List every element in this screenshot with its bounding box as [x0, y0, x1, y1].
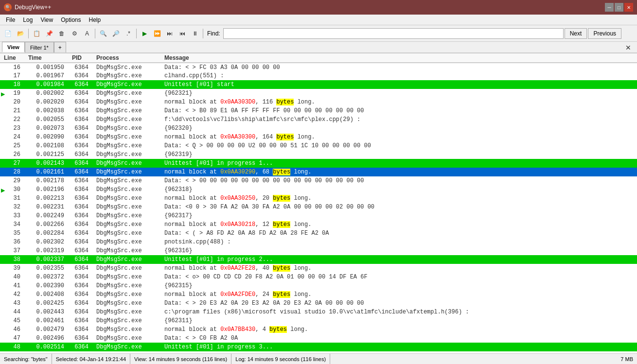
- table-row[interactable]: 210.0020386364DbgMsgSrc.exe Data: < > B0…: [0, 106, 637, 115]
- open-button[interactable]: 📂: [15, 28, 26, 39]
- find-input[interactable]: [223, 28, 564, 39]
- table-row[interactable]: 160.0019506364DbgMsgSrc.exe Data: < > FC…: [0, 63, 637, 71]
- maximize-button[interactable]: □: [615, 3, 623, 12]
- cell-line: 42: [0, 290, 24, 299]
- cell-line: 47: [0, 334, 24, 343]
- bookmark-forward-button[interactable]: ⏭: [164, 28, 176, 39]
- new-button[interactable]: 📄: [2, 28, 14, 39]
- cell-pid: 6364: [68, 63, 92, 71]
- table-scroll[interactable]: Line Time PID Process Message 160.001950…: [0, 53, 637, 353]
- cell-time: 0.002496: [24, 334, 68, 343]
- cell-process: DbgMsgSrc.exe: [92, 334, 160, 343]
- table-row[interactable]: 250.0021086364DbgMsgSrc.exe Data: < Q > …: [0, 141, 637, 150]
- col-header-message: Message: [160, 53, 637, 63]
- table-row[interactable]: 420.0024086364DbgMsgSrc.exe normal block…: [0, 290, 637, 299]
- menu-view[interactable]: View: [36, 16, 57, 24]
- menu-help[interactable]: Help: [85, 16, 105, 24]
- prev-button[interactable]: Previous: [588, 28, 621, 39]
- cell-process: DbgMsgSrc.exe: [92, 115, 160, 124]
- clear-button[interactable]: 🗑: [56, 28, 68, 39]
- table-row[interactable]: 290.0021786364DbgMsgSrc.exe Data: < > 00…: [0, 176, 637, 185]
- table-row[interactable]: 370.0023196364DbgMsgSrc.exe {962316}: [0, 246, 637, 255]
- cell-time: 0.002090: [24, 133, 68, 141]
- table-row[interactable]: 270.0021436364DbgMsgSrc.exe Unittest [#0…: [0, 159, 637, 168]
- menu-log[interactable]: Log: [19, 16, 36, 24]
- table-row[interactable]: 430.0024256364DbgMsgSrc.exe Data: < > 20…: [0, 299, 637, 308]
- pause-button[interactable]: ⏸: [189, 28, 201, 39]
- table-row[interactable]: 460.0024796364DbgMsgSrc.exe normal block…: [0, 325, 637, 334]
- table-row[interactable]: 310.0022136364DbgMsgSrc.exe normal block…: [0, 194, 637, 203]
- cell-pid: 6364: [68, 334, 92, 343]
- minimize-button[interactable]: ─: [605, 3, 614, 12]
- table-row[interactable]: 480.0025146364DbgMsgSrc.exe Unittest [#0…: [0, 343, 637, 351]
- table-row[interactable]: 260.0021256364DbgMsgSrc.exe {962319}: [0, 150, 637, 159]
- cell-line: 33: [0, 211, 24, 220]
- tab-close-main[interactable]: ✕: [621, 43, 635, 52]
- bytes-highlight: bytes: [273, 265, 290, 272]
- table-row[interactable]: 170.0019676364DbgMsgSrc.exe clhand.cpp(5…: [0, 71, 637, 80]
- app-title: DebugView++: [15, 4, 51, 11]
- search-button[interactable]: 🔎: [110, 28, 122, 39]
- cell-time: 0.002020: [24, 98, 68, 106]
- settings-button[interactable]: ⚙: [69, 28, 80, 39]
- table-row[interactable]: 410.0023906364DbgMsgSrc.exe {962315}: [0, 281, 637, 290]
- cell-pid: 6364: [68, 229, 92, 238]
- log-table: Line Time PID Process Message 160.001950…: [0, 53, 637, 351]
- regex-button[interactable]: .*: [123, 28, 134, 39]
- table-row[interactable]: 380.0023376364DbgMsgSrc.exe Unittest [#0…: [0, 255, 637, 264]
- cell-message: Data: < > 20 E3 A2 0A 20 E3 A2 0A 20 E3 …: [160, 299, 637, 308]
- cell-pid: 6364: [68, 220, 92, 229]
- table-row[interactable]: 440.0024436364DbgMsgSrc.exe c:\program f…: [0, 308, 637, 316]
- table-row[interactable]: 360.0023026364DbgMsgSrc.exe pnotsink.cpp…: [0, 238, 637, 246]
- cell-time: 0.002073: [24, 124, 68, 133]
- run-button[interactable]: ▶: [139, 28, 150, 39]
- table-row[interactable]: 180.0019846364DbgMsgSrc.exe Unittest [#0…: [0, 80, 637, 89]
- table-row[interactable]: 470.0024966364DbgMsgSrc.exe Data: < > C0…: [0, 334, 637, 343]
- paste-button[interactable]: 📌: [43, 28, 55, 39]
- cell-message: Data: < > 00 00 00 00 00 00 00 00 00 00 …: [160, 176, 637, 185]
- table-row[interactable]: 390.0023556364DbgMsgSrc.exe normal block…: [0, 264, 637, 273]
- bytes-highlight: bytes: [273, 221, 290, 228]
- skip-forward-button[interactable]: ⏩: [151, 28, 163, 39]
- table-row[interactable]: 400.0023726364DbgMsgSrc.exe Data: < o> 0…: [0, 273, 637, 281]
- cell-time: 0.002514: [24, 343, 68, 351]
- table-row[interactable]: 340.0022666364DbgMsgSrc.exe normal block…: [0, 220, 637, 229]
- table-row[interactable]: 200.0020206364DbgMsgSrc.exe normal block…: [0, 98, 637, 106]
- address-highlight: 0x0AA30250: [220, 195, 255, 202]
- tab-filter[interactable]: Filter 1*: [25, 42, 54, 52]
- table-row[interactable]: ▶300.0021966364DbgMsgSrc.exe {962318}: [0, 185, 637, 194]
- table-row[interactable]: 450.0024616364DbgMsgSrc.exe {962311}: [0, 316, 637, 325]
- cell-process: DbgMsgSrc.exe: [92, 220, 160, 229]
- table-row[interactable]: 320.0022316364DbgMsgSrc.exe Data: <0 0 >…: [0, 203, 637, 211]
- bookmark-back-button[interactable]: ⏮: [177, 28, 188, 39]
- font-button[interactable]: A: [81, 28, 93, 39]
- cell-time: 0.002038: [24, 106, 68, 115]
- table-row[interactable]: 230.0020736364DbgMsgSrc.exe {962320}: [0, 124, 637, 133]
- table-row[interactable]: 240.0020906364DbgMsgSrc.exe normal block…: [0, 133, 637, 141]
- tab-view[interactable]: View: [2, 42, 25, 52]
- table-row[interactable]: ▶190.0020026364DbgMsgSrc.exe {962321}: [0, 89, 637, 98]
- next-button[interactable]: Next: [565, 28, 587, 39]
- highlight-button[interactable]: 🔍: [97, 28, 109, 39]
- close-button[interactable]: ✕: [624, 3, 633, 12]
- cell-pid: 6364: [68, 316, 92, 325]
- menu-file[interactable]: File: [2, 16, 19, 24]
- cell-process: DbgMsgSrc.exe: [92, 159, 160, 168]
- cell-pid: 6364: [68, 185, 92, 194]
- tab-add-button[interactable]: +: [54, 42, 66, 52]
- col-header-process: Process: [92, 53, 160, 63]
- cell-pid: 6364: [68, 238, 92, 246]
- menu-options[interactable]: Options: [57, 16, 85, 24]
- cell-process: DbgMsgSrc.exe: [92, 264, 160, 273]
- cell-process: DbgMsgSrc.exe: [92, 141, 160, 150]
- table-row[interactable]: 280.0021616364DbgMsgSrc.exe normal block…: [0, 168, 637, 176]
- menu-bar: File Log View Options Help: [0, 15, 637, 25]
- table-row[interactable]: 350.0022846364DbgMsgSrc.exe Data: < ( > …: [0, 229, 637, 238]
- table-row[interactable]: 330.0022496364DbgMsgSrc.exe {962317}: [0, 211, 637, 220]
- table-row[interactable]: 220.0020556364DbgMsgSrc.exe f:\dd\vctool…: [0, 115, 637, 124]
- address-highlight: 0x0AA30300: [220, 134, 255, 140]
- cell-time: 0.002355: [24, 264, 68, 273]
- copy-button[interactable]: 📋: [31, 28, 42, 39]
- cell-line: 31: [0, 194, 24, 203]
- cell-line: ▶30: [0, 185, 24, 194]
